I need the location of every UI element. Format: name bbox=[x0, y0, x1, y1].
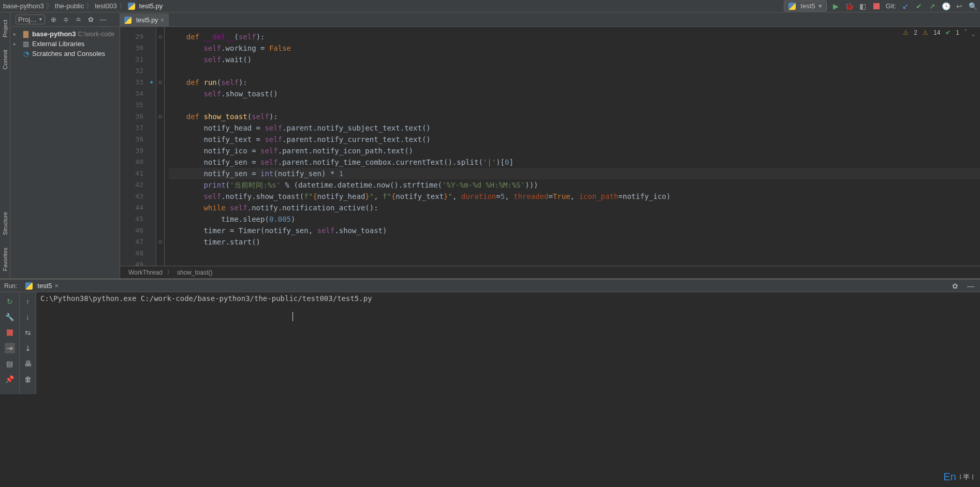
rollback-button[interactable]: ↩ bbox=[955, 2, 963, 10]
console-line: C:\Python38\python.exe C:/work-code/base… bbox=[40, 294, 976, 303]
breadcrumb-item[interactable]: test5.py bbox=[139, 2, 163, 10]
commit-tool-tab[interactable]: Commit bbox=[1, 47, 9, 73]
weak-warning-icon: ⚠ bbox=[923, 29, 928, 36]
project-tool-tab[interactable]: Project bbox=[1, 17, 9, 40]
layout-button[interactable]: ▤ bbox=[5, 359, 15, 369]
breadcrumb-item[interactable]: the-public bbox=[55, 2, 84, 10]
stop-button[interactable] bbox=[872, 2, 881, 10]
chevron-down-icon: ▼ bbox=[38, 17, 42, 22]
down-button[interactable]: ↓ bbox=[23, 312, 33, 322]
locate-file-button[interactable]: ⊕ bbox=[49, 16, 57, 24]
folder-icon: ▇ bbox=[22, 30, 30, 38]
code-editor[interactable]: 2930313233343536373839404142434445464748… bbox=[120, 27, 980, 266]
python-file-icon bbox=[124, 17, 131, 24]
up-button[interactable]: ↑ bbox=[23, 296, 33, 307]
git-commit-button[interactable]: ✔ bbox=[915, 2, 923, 10]
chevron-right-icon: 〉 bbox=[46, 2, 53, 11]
scroll-end-button[interactable]: ⤓ bbox=[23, 343, 33, 353]
ime-indicator[interactable]: En ⁞ 半 ⁞ bbox=[943, 471, 974, 483]
close-tab-button[interactable]: × bbox=[160, 17, 164, 24]
code-content[interactable]: def __del__(self): self.working = False … bbox=[165, 27, 980, 266]
tree-label: Scratches and Consoles bbox=[32, 50, 105, 58]
hide-button[interactable]: — bbox=[99, 16, 107, 24]
chevron-up-icon[interactable]: ˆ bbox=[964, 29, 967, 36]
inspections-widget[interactable]: ⚠2 ⚠14 ✔1 ˆ ˬ bbox=[903, 29, 975, 36]
project-view-selector[interactable]: Proj… bbox=[18, 16, 37, 23]
python-file-icon bbox=[25, 282, 33, 290]
pass-count: 1 bbox=[956, 29, 959, 36]
chevron-right-icon: 〉 bbox=[119, 2, 126, 11]
pin-button[interactable]: 📌 bbox=[5, 374, 15, 384]
pass-icon: ✔ bbox=[945, 29, 950, 36]
tree-node-root[interactable]: ▸ ▇ base-python3 C:\work-code bbox=[10, 29, 120, 39]
weak-warning-count: 14 bbox=[933, 29, 940, 36]
git-history-button[interactable]: 🕓 bbox=[942, 2, 950, 10]
warning-count: 2 bbox=[914, 29, 917, 36]
scratches-icon: ◔ bbox=[22, 50, 30, 58]
debug-button[interactable]: 🐞 bbox=[845, 2, 854, 10]
favorites-tool-tab[interactable]: Favorites bbox=[1, 245, 9, 274]
chevron-down-icon: ▾ bbox=[818, 2, 822, 10]
chevron-down-icon[interactable]: ˬ bbox=[972, 29, 975, 36]
print-button[interactable]: 🖶 bbox=[23, 359, 33, 369]
run-console-toolbar: ↑ ↓ ⇆ ⤓ 🖶 🗑 bbox=[20, 292, 36, 394]
hide-run-button[interactable]: — bbox=[966, 281, 976, 291]
run-tab-label: test5 bbox=[37, 282, 52, 290]
top-toolbar: test5 ▾ ▶ 🐞 ◧ Git: ↙ ✔ ↗ 🕓 ↩ 🔍 bbox=[784, 1, 977, 11]
chevron-right-icon: ▸ bbox=[13, 31, 20, 37]
chevron-right-icon: 〉 bbox=[86, 2, 93, 11]
breadcrumb-item[interactable]: base-python3 bbox=[3, 2, 44, 10]
run-tab[interactable]: test5 × bbox=[22, 281, 62, 291]
structure-tool-tab[interactable]: Structure bbox=[1, 209, 9, 238]
run-header: Run: test5 × ✿ — bbox=[0, 280, 980, 292]
tree-node-scratches[interactable]: ◔ Scratches and Consoles bbox=[10, 49, 120, 59]
expand-all-button[interactable]: ≑ bbox=[62, 16, 70, 24]
ime-lang: En bbox=[943, 471, 956, 483]
warning-icon: ⚠ bbox=[903, 29, 909, 36]
chevron-right-icon: 〉 bbox=[167, 268, 173, 277]
close-run-tab-button[interactable]: × bbox=[55, 282, 59, 290]
editor-tab[interactable]: test5.py × bbox=[120, 13, 169, 26]
wrench-button[interactable]: 🔧 bbox=[5, 312, 15, 322]
ime-mode: ⁞ 半 ⁞ bbox=[959, 472, 974, 482]
search-button[interactable]: 🔍 bbox=[969, 2, 977, 10]
editor-area: test5.py × 29303132333435363738394041424… bbox=[120, 12, 980, 278]
git-push-button[interactable]: ↗ bbox=[928, 2, 937, 10]
exit-button[interactable]: ⇥ bbox=[5, 343, 15, 353]
tree-label: base-python3 bbox=[32, 30, 76, 38]
run-button[interactable]: ▶ bbox=[832, 2, 840, 10]
run-left-toolbar: ↻ 🔧 ⇥ ▤ 📌 bbox=[0, 292, 20, 394]
fold-column[interactable]: ⊟⊟⊟⊟ bbox=[156, 27, 165, 266]
tree-path: C:\work-code bbox=[78, 31, 115, 38]
editor-tabs: test5.py × bbox=[120, 12, 980, 27]
line-number-gutter: 2930313233343536373839404142434445464748… bbox=[120, 27, 156, 266]
run-tool-window: Run: test5 × ✿ — ↻ 🔧 ⇥ ▤ 📌 ↑ ↓ ⇆ ⤓ 🖶 🗑 C… bbox=[0, 278, 980, 394]
python-file-icon bbox=[788, 3, 796, 10]
git-label: Git: bbox=[886, 2, 896, 10]
editor-breadcrumb: WorkThread 〉 show_toast() bbox=[120, 266, 980, 278]
soft-wrap-button[interactable]: ⇆ bbox=[23, 327, 33, 338]
project-tool-window: Proj… ▼ ⊕ ≑ ≐ ✿ — ▸ ▇ base-python3 C:\wo… bbox=[10, 12, 120, 278]
tab-label: test5.py bbox=[136, 17, 158, 24]
library-icon: ▥ bbox=[22, 40, 30, 48]
python-file-icon bbox=[128, 3, 135, 10]
git-update-button[interactable]: ↙ bbox=[901, 2, 910, 10]
collapse-all-button[interactable]: ≐ bbox=[74, 16, 82, 24]
run-settings-button[interactable]: ✿ bbox=[950, 281, 960, 291]
breadcrumb-class[interactable]: WorkThread bbox=[128, 269, 163, 276]
tree-label: External Libraries bbox=[32, 40, 84, 48]
run-panel-label: Run: bbox=[4, 282, 17, 290]
console-output[interactable]: C:\Python38\python.exe C:/work-code/base… bbox=[36, 292, 980, 394]
chevron-right-icon: ▸ bbox=[13, 41, 20, 47]
breadcrumb-method[interactable]: show_toast() bbox=[177, 269, 213, 276]
rerun-button[interactable]: ↻ bbox=[5, 296, 15, 307]
settings-button[interactable]: ✿ bbox=[86, 16, 95, 24]
coverage-button[interactable]: ◧ bbox=[859, 2, 867, 10]
clear-button[interactable]: 🗑 bbox=[23, 374, 33, 384]
breadcrumb-item[interactable]: test003 bbox=[95, 2, 117, 10]
left-tool-rail: Project Commit Structure Favorites bbox=[0, 12, 10, 278]
stop-run-button[interactable] bbox=[5, 327, 15, 338]
tree-node-external-libs[interactable]: ▸ ▥ External Libraries bbox=[10, 39, 120, 49]
run-config-selector[interactable]: test5 ▾ bbox=[784, 1, 827, 11]
project-tree: ▸ ▇ base-python3 C:\work-code ▸ ▥ Extern… bbox=[10, 27, 120, 61]
